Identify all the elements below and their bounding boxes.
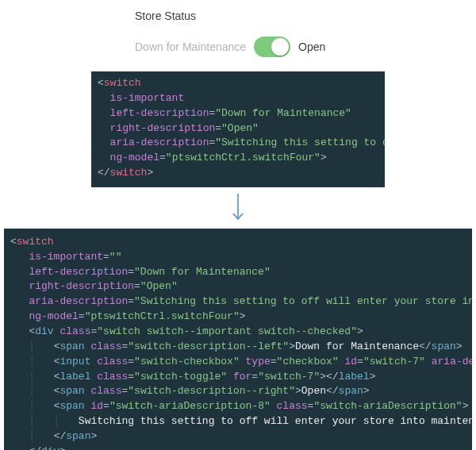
toggle-row: Down for Maintenance Open [135,37,476,57]
toggle-left-description: Down for Maintenance [135,40,246,53]
arrow-down-icon [230,192,246,224]
store-status-toggle[interactable] [254,37,290,57]
store-status-demo: Store Status Down for Maintenance Open [135,10,476,57]
arrow-down [0,187,476,229]
section-title: Store Status [135,10,476,22]
toggle-knob [271,38,289,56]
toggle-right-description: Open [298,40,325,53]
code-block-compiled: <switch is-important="" left-description… [4,229,472,450]
code-block-source: <switch is-important left-description="D… [91,71,385,187]
